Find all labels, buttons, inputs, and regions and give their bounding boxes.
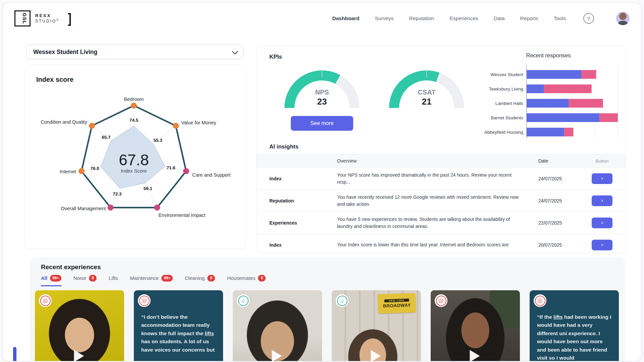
experience-video-card[interactable]: ☺ [233, 290, 322, 361]
user-avatar[interactable] [616, 12, 630, 25]
negative-sentiment-icon: ☹ [435, 294, 447, 307]
see-more-button[interactable]: See more [291, 116, 353, 131]
svg-text:76.0: 76.0 [91, 166, 99, 171]
count-badge: 9 [258, 275, 266, 282]
tab-housemates[interactable]: Housemates 9 [227, 275, 266, 286]
recent-experiences-title: Recent experiences [41, 263, 101, 271]
property-selector-value: Wessex Student Living [33, 49, 97, 56]
recent-responses-chart: Wessex StudentTewksbury LivingLambert Ha… [471, 62, 626, 141]
nav-data[interactable]: Data [494, 15, 505, 21]
svg-text:72.3: 72.3 [113, 191, 122, 196]
positive-sentiment-icon: ☺ [336, 294, 348, 307]
tab-cleaning[interactable]: Cleaning 9 [185, 275, 215, 286]
svg-text:Environmental Impact: Environmental Impact [158, 213, 205, 218]
open-insight-button[interactable]: › [592, 240, 612, 250]
svg-text:Abbeyfield Housing: Abbeyfield Housing [484, 130, 523, 135]
experience-quote: “I don’t believe the accommodation team … [141, 313, 217, 354]
positive-sentiment-icon: ☺ [237, 294, 250, 307]
svg-text:Value for Money: Value for Money [181, 120, 216, 125]
column-overview: Overview [337, 158, 538, 164]
svg-text:74.5: 74.5 [129, 118, 139, 123]
negative-sentiment-icon: ☹ [534, 294, 546, 307]
nav-reputation[interactable]: Reputation [409, 15, 434, 21]
svg-text:67.8: 67.8 [119, 151, 149, 169]
kpis-title: KPIs [269, 54, 282, 60]
open-insight-button[interactable]: › [592, 173, 612, 184]
index-score-title: Index score [36, 76, 73, 83]
svg-text:55.3: 55.3 [154, 138, 163, 143]
logo-mark-icon: GSL [14, 10, 31, 26]
ai-insights-title: AI insights [269, 143, 299, 150]
svg-text:Condition and Quality: Condition and Quality [41, 119, 87, 125]
svg-text:59.1: 59.1 [144, 186, 153, 191]
svg-text:Tewksbury Living: Tewksbury Living [489, 86, 523, 92]
svg-text:Internet: Internet [60, 169, 76, 174]
tab-all[interactable]: All 99+ [41, 275, 61, 286]
open-insight-button[interactable]: › [592, 195, 612, 206]
negative-sentiment-icon: ☹ [138, 294, 151, 307]
svg-text:23: 23 [317, 97, 327, 107]
svg-text:Barnet Students: Barnet Students [491, 115, 523, 120]
tab-lifts[interactable]: Lifts [109, 275, 118, 286]
scroll-indicator[interactable] [13, 347, 16, 361]
svg-text:Bedroom: Bedroom [124, 97, 144, 102]
svg-text:CSAT: CSAT [418, 88, 436, 96]
brand-name-line2: STUDIO® [35, 18, 59, 24]
tab-noise[interactable]: Noise 9 [73, 275, 97, 286]
count-badge: 99+ [161, 275, 173, 282]
svg-text:NPS: NPS [315, 88, 329, 96]
svg-text:Index Score: Index Score [121, 168, 147, 174]
main-nav: Dashboard Surveys Reputation Experiences… [332, 12, 630, 25]
brand-name-line1: RESX [35, 13, 59, 18]
recent-experiences-panel: Recent experiences All 99+ Noise 9 Lifts… [30, 257, 625, 361]
experience-video-card[interactable]: ☺ NEW YORK BROADWAY [332, 290, 421, 361]
play-icon[interactable] [371, 350, 381, 361]
count-badge: 9 [89, 275, 97, 282]
negative-sentiment-icon: ☹ [39, 294, 52, 307]
experience-video-card[interactable]: ☹ [431, 290, 520, 361]
table-row: Index Your Index score is lower than thi… [257, 234, 626, 253]
brand-logo: GSL RESX STUDIO® ] [14, 10, 72, 26]
property-selector[interactable]: Wessex Student Living [26, 45, 244, 59]
csat-gauge: CSAT21 [386, 67, 467, 112]
open-insight-button[interactable]: › [592, 218, 612, 228]
top-navigation-bar: GSL RESX STUDIO® ] Dashboard Surveys Rep… [3, 3, 641, 34]
count-badge: 9 [207, 275, 215, 282]
index-radar-chart: BedroomValue for MoneyCare and SupportEn… [25, 87, 246, 231]
nps-gauge: NPS23 [282, 67, 362, 112]
nav-tools[interactable]: Tools [554, 15, 566, 21]
nav-dashboard[interactable]: Dashboard [332, 15, 360, 21]
table-row: Reputation You have recently received 12… [257, 190, 626, 212]
nav-experiences[interactable]: Experiences [449, 15, 478, 21]
experience-filter-tabs: All 99+ Noise 9 Lifts Maintenance 99+ Cl… [41, 275, 266, 286]
column-button: Button [579, 159, 626, 164]
experience-video-card[interactable]: ☹ [35, 290, 124, 361]
count-badge: 99+ [50, 275, 61, 282]
svg-text:Lambert Halls: Lambert Halls [495, 101, 524, 106]
nav-reports[interactable]: Reports [520, 15, 538, 21]
nav-surveys[interactable]: Surveys [375, 15, 394, 21]
broadway-sign: NEW YORK BROADWAY [378, 293, 416, 314]
svg-text:65.7: 65.7 [102, 135, 110, 140]
svg-text:Wessex Student: Wessex Student [490, 72, 523, 77]
ai-insights-table: Overview Date Button Index Your NPS scor… [257, 154, 626, 253]
play-icon[interactable] [74, 350, 84, 361]
table-header-row: Overview Date Button [257, 154, 626, 168]
play-icon[interactable] [470, 350, 480, 361]
experience-cards-row: ☹ ☹ “I don’t believe the accommodation t… [35, 290, 619, 361]
svg-text:Care and Support: Care and Support [192, 172, 230, 178]
play-icon[interactable] [272, 350, 282, 361]
recent-responses-title: Recent responses [471, 52, 626, 59]
experience-quote-card[interactable]: ☹ “I don’t believe the accommodation tea… [134, 290, 223, 361]
column-date: Date [538, 158, 579, 164]
experience-quote-card[interactable]: ☹ “If the lifts had been working I would… [530, 290, 619, 361]
app-window: GSL RESX STUDIO® ] Dashboard Surveys Rep… [3, 3, 641, 361]
svg-text:Overall Management: Overall Management [61, 206, 106, 211]
tab-maintenance[interactable]: Maintenance 99+ [130, 275, 173, 286]
table-row: Experiences You have 5 new experiences t… [257, 212, 626, 234]
help-icon[interactable]: ? [583, 13, 594, 24]
kpi-insights-card: KPIs NPS23 CSAT21 See more Recent respon… [256, 46, 626, 253]
svg-text:21: 21 [422, 97, 432, 107]
svg-text:71.6: 71.6 [166, 165, 175, 170]
index-score-card: Index score BedroomValue for MoneyCare a… [24, 65, 246, 249]
